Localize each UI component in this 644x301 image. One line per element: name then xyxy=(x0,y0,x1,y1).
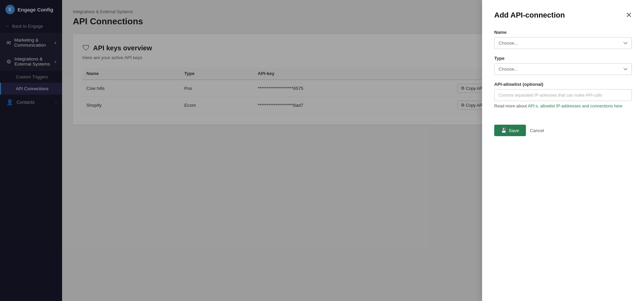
allowlist-field-group: API-allowlist (optional) Read more about… xyxy=(494,82,632,108)
modal-title: Add API-connection xyxy=(494,11,565,20)
allowlist-input[interactable] xyxy=(494,89,632,101)
modal-close-button[interactable]: ✕ xyxy=(626,11,632,19)
name-select[interactable]: Choose... xyxy=(494,37,632,49)
modal-overlay: Add API-connection ✕ Name Choose... Type… xyxy=(0,0,644,301)
modal-actions: 💾 Save Cancel xyxy=(494,125,632,136)
save-icon: 💾 xyxy=(501,128,507,133)
allowlist-helper: Read more about API:s, allowlist IP-addr… xyxy=(494,104,632,108)
save-button[interactable]: 💾 Save xyxy=(494,125,526,136)
modal-panel: Add API-connection ✕ Name Choose... Type… xyxy=(482,0,644,301)
name-field-group: Name Choose... xyxy=(494,30,632,49)
name-label: Name xyxy=(494,30,632,35)
type-select[interactable]: Choose... xyxy=(494,63,632,75)
cancel-button[interactable]: Cancel xyxy=(530,128,544,133)
allowlist-label: API-allowlist (optional) xyxy=(494,82,632,87)
type-label: Type xyxy=(494,56,632,61)
allowlist-help-link[interactable]: API:s, allowlist IP-addresses and connec… xyxy=(528,104,622,108)
modal-header: Add API-connection ✕ xyxy=(494,11,632,20)
type-field-group: Type Choose... xyxy=(494,56,632,75)
